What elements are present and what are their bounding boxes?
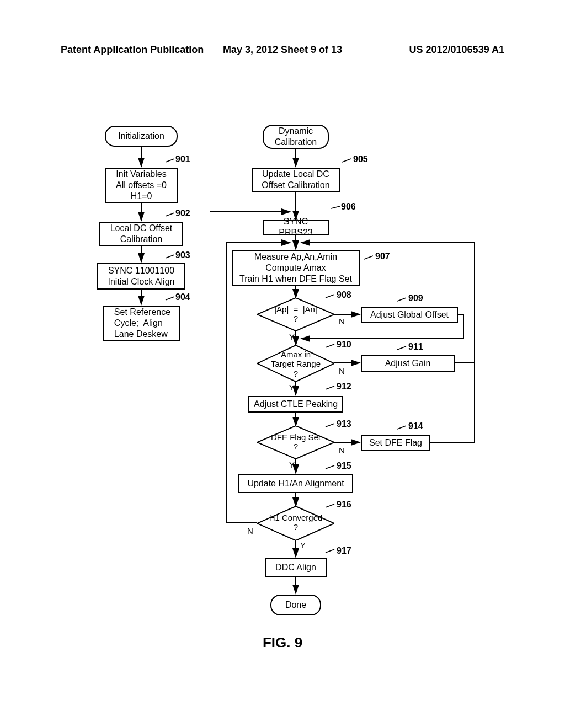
label-910: 910 <box>337 340 351 350</box>
label-907: 907 <box>375 251 390 261</box>
label-903: 903 <box>175 250 190 260</box>
decision-910-text: Amax in Target Range ? <box>257 350 334 378</box>
label-913: 913 <box>337 419 351 429</box>
label-n-916: N <box>247 526 253 536</box>
svg-line-23 <box>331 206 340 208</box>
svg-line-19 <box>166 213 174 216</box>
svg-line-31 <box>397 426 406 429</box>
label-901: 901 <box>175 154 190 164</box>
label-914: 914 <box>408 421 423 431</box>
label-917: 917 <box>337 546 351 556</box>
block-902: Local DC Offset Calibration <box>99 222 183 246</box>
block-914: Set DFE Flag <box>361 435 430 451</box>
label-908: 908 <box>337 290 351 300</box>
figure-caption: FIG. 9 <box>0 634 565 651</box>
label-n-908: N <box>339 317 345 326</box>
start-dynamic-calibration: Dynamic Calibration <box>263 125 329 149</box>
label-y-910: Y <box>289 383 295 392</box>
label-902: 902 <box>175 208 190 218</box>
label-904: 904 <box>175 292 190 302</box>
label-911: 911 <box>408 342 423 352</box>
decision-913-text: DFE Flag Set ? <box>257 432 334 452</box>
block-917: DDC Align <box>265 558 327 577</box>
diagram-canvas: Initialization Init Variables All offset… <box>0 0 565 728</box>
svg-line-32 <box>326 465 334 469</box>
label-y-908: Y <box>289 332 295 341</box>
decision-916-text: H1 Converged ? <box>257 513 334 532</box>
block-904: Set Reference Cycle; Align Lane Deskew <box>103 306 180 341</box>
block-907: Measure Ap,An,Amin Compute Amax Train H1… <box>232 250 360 286</box>
svg-line-24 <box>364 256 373 259</box>
label-n-913: N <box>339 446 345 455</box>
svg-line-29 <box>326 386 334 389</box>
terminal-done: Done <box>270 595 321 615</box>
block-901: Init Variables All offsets =0 H1=0 <box>105 168 178 203</box>
label-905: 905 <box>353 154 368 164</box>
label-915: 915 <box>337 461 351 471</box>
svg-line-28 <box>397 346 406 350</box>
label-909: 909 <box>408 293 423 303</box>
block-912: Adjust CTLE Peaking <box>248 396 343 413</box>
label-912: 912 <box>337 382 351 392</box>
svg-line-21 <box>166 297 174 300</box>
block-911: Adjust Gain <box>361 355 455 372</box>
svg-line-26 <box>397 298 406 301</box>
svg-line-34 <box>326 549 334 553</box>
label-n-910: N <box>339 366 345 376</box>
block-909: Adjust Global Offset <box>361 307 458 323</box>
label-916: 916 <box>337 500 351 510</box>
block-903: SYNC 11001100 Initial Clock Align <box>97 263 185 290</box>
block-905: Update Local DC Offset Calibration <box>252 168 340 192</box>
page: Patent Application Publication May 3, 20… <box>0 0 565 728</box>
svg-line-22 <box>342 159 351 162</box>
label-y-916: Y <box>300 540 306 550</box>
decision-908-text: |Ap| = |An| ? <box>257 304 334 324</box>
label-y-913: Y <box>289 460 295 469</box>
label-906: 906 <box>341 202 356 212</box>
svg-line-20 <box>166 255 174 258</box>
svg-line-18 <box>166 159 174 162</box>
block-906: SYNC PRBS23 <box>263 220 329 235</box>
start-initialization: Initialization <box>105 126 178 147</box>
block-915: Update H1/An Alignment <box>238 474 353 493</box>
